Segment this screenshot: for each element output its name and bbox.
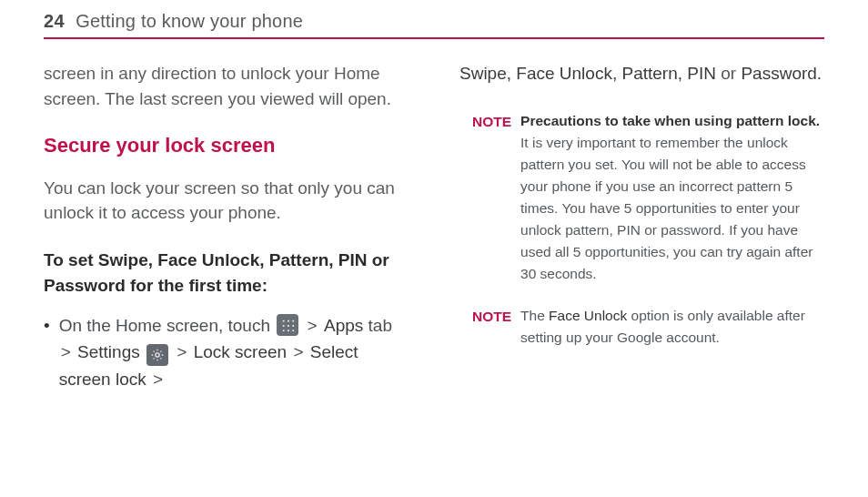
instruction-bullet: • On the Home screen, touch > Apps tab >… [44,312,409,393]
section-heading: Secure your lock screen [44,133,409,159]
content-columns: screen in any direction to unlock your H… [44,61,824,393]
gear-icon [146,344,168,366]
note-label: NOTE [472,305,511,349]
bullet-text-prefix: On the Home screen, touch [59,316,270,335]
continued-paragraph: screen in any direction to unlock your H… [44,61,409,111]
options-or: or [721,64,736,83]
note-label: NOTE [472,110,511,285]
separator-gt: > [177,339,187,365]
options-list-bold: Swipe, Face Unlock, Pattern, PIN [459,64,716,83]
options-password: Password. [741,64,822,83]
apps-grid-icon [277,314,298,336]
separator-gt: > [61,339,71,365]
section-intro: You can lock your screen so that only yo… [44,176,409,226]
note-block-pattern: NOTE Precautions to take when using patt… [459,110,824,285]
manual-page: 24 Getting to know your phone screen in … [0,0,868,411]
lock-screen-label: Lock screen [194,342,287,361]
face-unlock-term: Face Unlock [549,308,627,323]
separator-gt: > [293,339,303,365]
chapter-title: Getting to know your phone [76,11,303,32]
note-body: The Face Unlock option is only available… [520,305,824,349]
right-column: Swipe, Face Unlock, Pattern, PIN or Pass… [459,61,824,393]
note-body: Precautions to take when using pattern l… [520,110,824,285]
tab-word: tab [368,316,392,335]
settings-label: Settings [77,342,140,361]
apps-label: Apps [324,316,363,335]
left-column: screen in any direction to unlock your H… [44,61,409,393]
bullet-marker: • [44,312,50,393]
note-block-faceunlock: NOTE The Face Unlock option is only avai… [459,305,824,349]
note-text: It is very important to remember the unl… [520,135,812,281]
page-header: 24 Getting to know your phone [44,11,824,39]
continuation-line: Swipe, Face Unlock, Pattern, PIN or Pass… [459,61,824,86]
bullet-content: On the Home screen, touch > Apps tab > S… [59,312,409,393]
separator-gt: > [308,312,318,339]
page-number: 24 [44,11,65,32]
note-heading: Precautions to take when using pattern l… [520,113,820,128]
note-text-pre: The [520,308,545,323]
svg-point-0 [156,353,159,357]
instruction-heading: To set Swipe, Face Unlock, Pattern, PIN … [44,248,409,299]
separator-gt: > [153,366,163,392]
